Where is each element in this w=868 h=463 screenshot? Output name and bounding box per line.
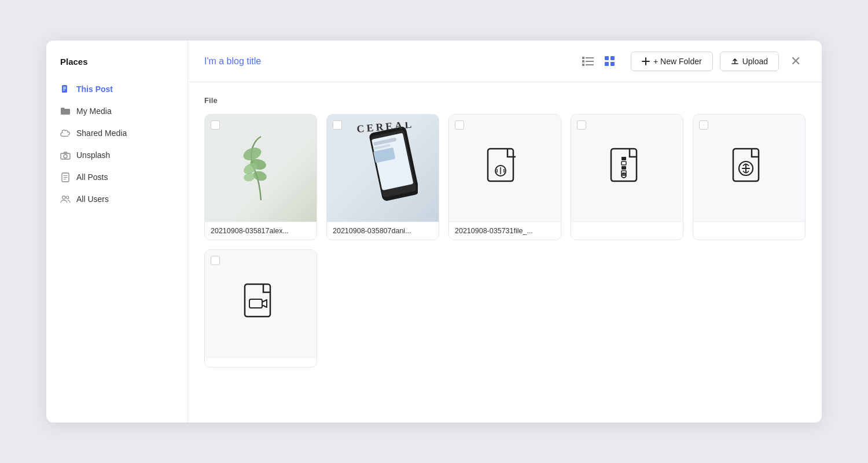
svg-rect-35 [621, 161, 626, 165]
file-checkbox[interactable] [577, 120, 586, 130]
sidebar: Places This Post My Media [46, 41, 188, 422]
header-actions: + New Folder Upload ✕ [579, 52, 806, 71]
file-card[interactable]: 20210908-035817alex... [204, 114, 317, 240]
svg-rect-10 [586, 57, 594, 58]
svg-rect-1 [63, 87, 66, 87]
header: I'm a blog title [188, 41, 822, 82]
close-button[interactable]: ✕ [786, 52, 806, 71]
file-checkbox[interactable] [699, 120, 708, 130]
svg-rect-9 [582, 57, 584, 59]
grid-view-button[interactable] [601, 52, 619, 71]
file-icon [60, 84, 71, 94]
file-card[interactable] [204, 249, 317, 368]
view-toggle [579, 52, 619, 71]
sidebar-item-label: This Post [76, 84, 113, 94]
svg-rect-34 [621, 157, 626, 160]
sidebar-item-my-media[interactable]: My Media [46, 100, 187, 122]
file-name [205, 357, 317, 367]
file-name: 20210908-035817alex... [205, 222, 317, 240]
file-card[interactable] [571, 114, 683, 240]
users-icon [60, 194, 71, 204]
folder-icon [60, 106, 71, 116]
file-thumbnail [449, 115, 561, 222]
cloud-icon [60, 128, 71, 138]
sidebar-item-unsplash[interactable]: Unsplash [46, 144, 187, 166]
svg-rect-11 [582, 60, 584, 63]
svg-point-5 [64, 155, 67, 158]
file-thumbnail: CEREAL [327, 115, 439, 222]
sidebar-title: Places [46, 57, 187, 78]
svg-rect-15 [605, 56, 609, 60]
file-checkbox[interactable] [455, 120, 464, 130]
content-area: File [188, 82, 822, 422]
svg-rect-16 [610, 56, 615, 60]
svg-rect-42 [249, 299, 262, 308]
sidebar-item-label: Shared Media [76, 128, 127, 138]
svg-rect-13 [582, 64, 584, 66]
file-checkbox[interactable] [211, 256, 220, 265]
svg-point-8 [66, 196, 69, 199]
file-card[interactable]: 20210908-035731file_... [448, 114, 561, 240]
sidebar-item-label: My Media [76, 106, 112, 116]
sidebar-item-all-posts[interactable]: All Posts [46, 166, 187, 188]
file-name: 20210908-035807dani... [327, 222, 439, 240]
sidebar-item-shared-media[interactable]: Shared Media [46, 122, 187, 144]
header-title: I'm a blog title [204, 56, 261, 67]
svg-rect-14 [586, 64, 594, 65]
svg-rect-2 [63, 89, 66, 89]
sidebar-item-label: All Posts [76, 172, 108, 182]
section-label: File [204, 96, 806, 105]
file-name [571, 222, 683, 232]
file-name: 20210908-035731file_... [449, 222, 561, 240]
file-card[interactable]: CEREAL 20210908-035807dani... [326, 114, 439, 240]
file-checkbox[interactable] [333, 120, 342, 130]
svg-rect-18 [610, 62, 615, 66]
doc-icon [60, 172, 71, 182]
file-card[interactable] [693, 114, 806, 240]
sidebar-item-label: Unsplash [76, 150, 110, 160]
svg-rect-36 [621, 166, 626, 170]
sidebar-item-label: All Users [76, 194, 109, 204]
camera-icon [60, 150, 71, 160]
svg-rect-3 [63, 90, 65, 90]
main-panel: I'm a blog title [188, 41, 822, 422]
sidebar-item-this-post[interactable]: This Post [46, 78, 187, 100]
file-thumbnail [205, 115, 317, 222]
file-thumbnail [571, 115, 683, 222]
upload-button[interactable]: Upload [720, 52, 779, 71]
new-folder-button[interactable]: + New Folder [631, 52, 713, 71]
file-grid: 20210908-035817alex... [204, 114, 806, 368]
modal-container: Places This Post My Media [46, 41, 822, 422]
file-thumbnail [205, 250, 317, 357]
list-view-button[interactable] [579, 52, 597, 71]
svg-rect-12 [586, 61, 594, 62]
file-checkbox[interactable] [211, 120, 220, 130]
svg-rect-17 [605, 62, 609, 66]
sidebar-item-all-users[interactable]: All Users [46, 188, 187, 210]
file-name [693, 222, 805, 232]
file-thumbnail [693, 115, 805, 222]
svg-point-7 [62, 196, 65, 199]
